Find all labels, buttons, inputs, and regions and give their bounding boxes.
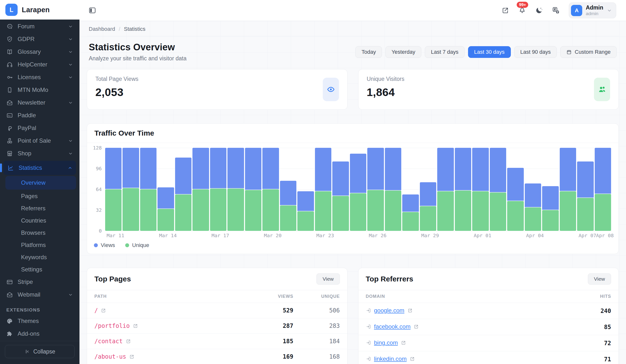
page-path-link[interactable]: /contact bbox=[94, 338, 131, 345]
sidebar-nav: ForumGDPRGlossaryHelpCenterLicensesMTN M… bbox=[0, 20, 79, 341]
sidebar-item-licenses[interactable]: Licenses bbox=[0, 71, 79, 84]
bar-mar-11[interactable] bbox=[105, 148, 121, 231]
bar-mar-25[interactable] bbox=[350, 148, 366, 231]
range-button-label: Last 7 days bbox=[431, 49, 459, 55]
page-path-link[interactable]: /portfolio bbox=[94, 323, 138, 329]
sidebar-item-label: Statistics bbox=[19, 165, 63, 171]
unique-segment bbox=[455, 191, 471, 231]
sidebar-item-mtn-momo[interactable]: MTN MoMo bbox=[0, 84, 79, 96]
sidebar-subitem-settings[interactable]: Settings bbox=[0, 263, 79, 276]
sidebar-item-add-ons[interactable]: Add-ons bbox=[0, 327, 79, 340]
table-row: /contact 185 184 bbox=[87, 334, 347, 349]
notifications-button[interactable]: 99+ bbox=[518, 6, 526, 15]
unique-segment bbox=[297, 211, 314, 231]
bar-mar-29[interactable] bbox=[420, 148, 436, 231]
bar-mar-21[interactable] bbox=[280, 148, 296, 231]
user-menu[interactable]: A Admin admin bbox=[569, 2, 616, 18]
referrer-link[interactable]: facebook.com bbox=[374, 323, 411, 330]
sidebar-subitem-pages[interactable]: Pages bbox=[0, 190, 79, 202]
bar-mar-20[interactable] bbox=[262, 148, 279, 231]
bar-apr-03[interactable] bbox=[507, 148, 524, 231]
external-link-icon bbox=[129, 354, 134, 359]
bar-mar-24[interactable] bbox=[332, 148, 349, 231]
sidebar-item-stripe[interactable]: Stripe bbox=[0, 276, 79, 288]
range-button-last-30-days[interactable]: Last 30 days bbox=[468, 46, 511, 58]
sidebar-subitem-countries[interactable]: Countries bbox=[0, 214, 79, 227]
bar-mar-28[interactable] bbox=[402, 148, 419, 231]
sidebar-item-statistics[interactable]: Statistics bbox=[3, 161, 76, 175]
sidebar-item-paddle[interactable]: Paddle bbox=[0, 109, 79, 122]
dark-mode-icon[interactable] bbox=[535, 6, 543, 14]
range-button-last-90-days[interactable]: Last 90 days bbox=[514, 46, 557, 58]
bar-mar-15[interactable] bbox=[175, 148, 192, 231]
unique-value: 184 bbox=[301, 334, 347, 349]
brand[interactable]: L Larapen bbox=[0, 0, 79, 20]
sidebar-item-newsletter[interactable]: Newsletter bbox=[0, 96, 79, 109]
mail-icon bbox=[6, 292, 13, 298]
range-button-custom-range[interactable]: Custom Range bbox=[560, 46, 617, 58]
bar-apr-05[interactable] bbox=[542, 148, 558, 231]
referrer-link[interactable]: linkedin.com bbox=[374, 356, 407, 362]
bar-mar-26[interactable] bbox=[367, 148, 384, 231]
bar-mar-22[interactable] bbox=[297, 148, 314, 231]
sidebar-item-helpcenter[interactable]: HelpCenter bbox=[0, 58, 79, 71]
bar-mar-13[interactable] bbox=[140, 148, 156, 231]
language-icon[interactable] bbox=[552, 6, 560, 14]
bar-apr-07[interactable] bbox=[577, 148, 593, 231]
page-path-link[interactable]: / bbox=[94, 307, 106, 314]
sidebar-subitem-keywords[interactable]: Keywords bbox=[0, 251, 79, 263]
top-pages-card: Top Pages View PATH VIEWS UNIQUE / 529 5… bbox=[87, 268, 348, 364]
sidebar-item-gdpr[interactable]: GDPR bbox=[0, 33, 79, 45]
referrer-link[interactable]: bing.com bbox=[374, 339, 398, 346]
bar-mar-19[interactable] bbox=[245, 148, 261, 231]
sidebar-subitem-overview[interactable]: Overview bbox=[5, 176, 76, 190]
page-path-link[interactable]: /about-us bbox=[94, 353, 134, 360]
bar-mar-31[interactable] bbox=[455, 148, 471, 231]
views-segment bbox=[525, 183, 541, 207]
stat-label: Unique Visitors bbox=[367, 76, 404, 82]
bar-mar-23[interactable] bbox=[315, 148, 331, 231]
breadcrumb-dashboard[interactable]: Dashboard bbox=[89, 26, 115, 32]
sidebar-item-webmail[interactable]: Webmail bbox=[0, 288, 79, 301]
sidebar-item-forum[interactable]: Forum bbox=[0, 20, 79, 33]
range-button-last-7-days[interactable]: Last 7 days bbox=[425, 46, 465, 58]
bar-apr-04[interactable] bbox=[525, 148, 541, 231]
top-referrers-view-button[interactable]: View bbox=[588, 273, 611, 285]
top-pages-view-button[interactable]: View bbox=[316, 273, 340, 285]
sidebar-subitem-referrers[interactable]: Referrers bbox=[0, 202, 79, 214]
sidebar-item-themes[interactable]: Themes bbox=[0, 315, 79, 327]
stat-cards-row: Total Page Views 2,053 Unique Visitors 1… bbox=[87, 69, 619, 110]
bar-mar-27[interactable] bbox=[385, 148, 401, 231]
sidebar-item-glossary[interactable]: Glossary bbox=[0, 45, 79, 58]
sidebar-item-point-of-sale[interactable]: Point of Sale bbox=[0, 134, 79, 147]
bar-mar-16[interactable] bbox=[193, 148, 209, 231]
bar-apr-06[interactable] bbox=[560, 148, 576, 231]
bar-mar-17[interactable] bbox=[210, 148, 227, 231]
bar-mar-18[interactable] bbox=[227, 148, 244, 231]
sidebar-item-shop[interactable]: Shop bbox=[0, 147, 79, 160]
range-button-label: Today bbox=[361, 49, 376, 55]
bar-mar-30[interactable] bbox=[437, 148, 454, 231]
bar-apr-08[interactable] bbox=[595, 148, 611, 231]
table-row: facebook.com 85 bbox=[358, 319, 619, 335]
range-button-yesterday[interactable]: Yesterday bbox=[385, 46, 421, 58]
bar-apr-01[interactable] bbox=[472, 148, 489, 231]
bar-mar-12[interactable] bbox=[122, 148, 139, 231]
bar-mar-14[interactable] bbox=[157, 148, 174, 231]
sidebar-subitem-browsers[interactable]: Browsers bbox=[0, 227, 79, 239]
sidebar-item-paypal[interactable]: PayPal bbox=[0, 122, 79, 134]
sidebar-subitem-platforms[interactable]: Platforms bbox=[0, 239, 79, 251]
open-site-icon[interactable] bbox=[501, 6, 509, 14]
sidebar-section-extensions: EXTENSIONS bbox=[0, 301, 79, 315]
top-pages-title: Top Pages bbox=[94, 275, 131, 283]
range-button-today[interactable]: Today bbox=[355, 46, 382, 58]
chevron-down-icon bbox=[68, 24, 73, 29]
phone-icon bbox=[6, 87, 13, 93]
sidebar-toggle-icon[interactable] bbox=[88, 6, 96, 14]
collapse-sidebar-button[interactable]: Collapse bbox=[5, 345, 75, 358]
external-link-icon bbox=[414, 324, 419, 329]
active-indicator bbox=[0, 164, 2, 172]
sidebar-item-label: MTN MoMo bbox=[18, 87, 73, 93]
referrer-link[interactable]: google.com bbox=[374, 307, 404, 314]
bar-apr-02[interactable] bbox=[490, 148, 506, 231]
